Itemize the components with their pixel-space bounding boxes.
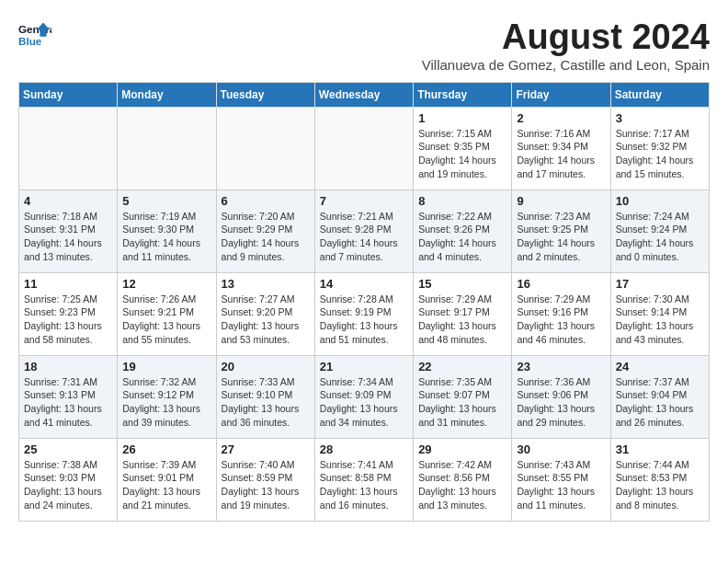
calendar-cell: 6Sunrise: 7:20 AMSunset: 9:29 PMDaylight…: [216, 190, 314, 272]
day-number: 28: [320, 442, 408, 456]
calendar-cell: 14Sunrise: 7:28 AMSunset: 9:19 PMDayligh…: [314, 272, 413, 355]
day-number: 15: [418, 277, 506, 291]
month-year: August 2024: [422, 18, 710, 57]
day-info: Sunrise: 7:37 AMSunset: 9:04 PMDaylight:…: [616, 375, 704, 430]
day-info: Sunrise: 7:29 AMSunset: 9:16 PMDaylight:…: [517, 293, 605, 347]
calendar-cell: 2Sunrise: 7:16 AMSunset: 9:34 PMDaylight…: [512, 107, 610, 190]
day-info: Sunrise: 7:42 AMSunset: 8:56 PMDaylight:…: [418, 458, 506, 512]
day-info: Sunrise: 7:20 AMSunset: 9:29 PMDaylight:…: [222, 210, 310, 264]
calendar-cell: [118, 107, 216, 190]
calendar-cell: 4Sunrise: 7:18 AMSunset: 9:31 PMDaylight…: [19, 190, 118, 272]
day-number: 9: [517, 194, 605, 208]
title-block: August 2024 Villanueva de Gomez, Castill…: [422, 18, 710, 73]
col-header-friday: Friday: [512, 82, 610, 107]
day-number: 4: [24, 194, 112, 208]
calendar-cell: 17Sunrise: 7:30 AMSunset: 9:14 PMDayligh…: [610, 272, 709, 355]
calendar-row-2: 4Sunrise: 7:18 AMSunset: 9:31 PMDaylight…: [19, 190, 710, 272]
calendar-header-row: SundayMondayTuesdayWednesdayThursdayFrid…: [19, 82, 710, 107]
day-info: Sunrise: 7:34 AMSunset: 9:09 PMDaylight:…: [320, 375, 408, 430]
calendar-row-4: 18Sunrise: 7:31 AMSunset: 9:13 PMDayligh…: [19, 355, 710, 438]
day-info: Sunrise: 7:35 AMSunset: 9:07 PMDaylight:…: [418, 375, 506, 430]
day-number: 1: [418, 111, 506, 125]
calendar-cell: 31Sunrise: 7:44 AMSunset: 8:53 PMDayligh…: [610, 438, 709, 521]
day-number: 27: [222, 442, 310, 456]
calendar-cell: 12Sunrise: 7:26 AMSunset: 9:21 PMDayligh…: [118, 272, 216, 355]
calendar-cell: 20Sunrise: 7:33 AMSunset: 9:10 PMDayligh…: [216, 355, 314, 438]
day-number: 13: [222, 277, 310, 291]
day-number: 26: [122, 442, 210, 456]
day-info: Sunrise: 7:23 AMSunset: 9:25 PMDaylight:…: [517, 210, 605, 264]
day-number: 3: [616, 111, 704, 125]
day-number: 17: [616, 277, 704, 291]
day-number: 30: [517, 442, 605, 456]
calendar-cell: 27Sunrise: 7:40 AMSunset: 8:59 PMDayligh…: [216, 438, 314, 521]
day-number: 8: [418, 194, 506, 208]
page-header: General Blue August 2024 Villanueva de G…: [18, 18, 710, 73]
calendar-cell: 19Sunrise: 7:32 AMSunset: 9:12 PMDayligh…: [118, 355, 216, 438]
calendar-cell: [19, 107, 118, 190]
calendar-cell: 29Sunrise: 7:42 AMSunset: 8:56 PMDayligh…: [414, 438, 512, 521]
day-number: 31: [616, 442, 704, 456]
day-info: Sunrise: 7:18 AMSunset: 9:31 PMDaylight:…: [24, 210, 112, 264]
calendar-cell: 1Sunrise: 7:15 AMSunset: 9:35 PMDaylight…: [414, 107, 512, 190]
day-number: 24: [616, 360, 704, 373]
logo-icon: General Blue: [18, 18, 51, 52]
day-info: Sunrise: 7:22 AMSunset: 9:26 PMDaylight:…: [418, 210, 506, 264]
day-info: Sunrise: 7:38 AMSunset: 9:03 PMDaylight:…: [24, 458, 112, 512]
day-info: Sunrise: 7:26 AMSunset: 9:21 PMDaylight:…: [122, 293, 210, 347]
calendar-table: SundayMondayTuesdayWednesdayThursdayFrid…: [18, 82, 710, 522]
calendar-cell: 21Sunrise: 7:34 AMSunset: 9:09 PMDayligh…: [314, 355, 413, 438]
calendar-cell: 22Sunrise: 7:35 AMSunset: 9:07 PMDayligh…: [414, 355, 512, 438]
calendar-cell: 15Sunrise: 7:29 AMSunset: 9:17 PMDayligh…: [414, 272, 512, 355]
calendar-row-3: 11Sunrise: 7:25 AMSunset: 9:23 PMDayligh…: [19, 272, 710, 355]
day-info: Sunrise: 7:33 AMSunset: 9:10 PMDaylight:…: [222, 375, 310, 430]
day-info: Sunrise: 7:40 AMSunset: 8:59 PMDaylight:…: [222, 458, 310, 512]
col-header-saturday: Saturday: [610, 82, 709, 107]
day-number: 11: [24, 277, 112, 291]
calendar-cell: 23Sunrise: 7:36 AMSunset: 9:06 PMDayligh…: [512, 355, 610, 438]
day-number: 7: [320, 194, 408, 208]
day-info: Sunrise: 7:24 AMSunset: 9:24 PMDaylight:…: [616, 210, 704, 264]
calendar-cell: 26Sunrise: 7:39 AMSunset: 9:01 PMDayligh…: [118, 438, 216, 521]
day-number: 18: [24, 360, 112, 373]
svg-text:Blue: Blue: [18, 35, 42, 47]
day-number: 21: [320, 360, 408, 373]
day-info: Sunrise: 7:15 AMSunset: 9:35 PMDaylight:…: [418, 127, 506, 181]
day-number: 6: [222, 194, 310, 208]
day-number: 20: [222, 360, 310, 373]
calendar-cell: 16Sunrise: 7:29 AMSunset: 9:16 PMDayligh…: [512, 272, 610, 355]
calendar-cell: 28Sunrise: 7:41 AMSunset: 8:58 PMDayligh…: [314, 438, 413, 521]
calendar-cell: [314, 107, 413, 190]
calendar-cell: 5Sunrise: 7:19 AMSunset: 9:30 PMDaylight…: [118, 190, 216, 272]
day-info: Sunrise: 7:27 AMSunset: 9:20 PMDaylight:…: [222, 293, 310, 347]
day-number: 10: [616, 194, 704, 208]
logo: General Blue: [18, 18, 51, 52]
calendar-cell: 3Sunrise: 7:17 AMSunset: 9:32 PMDaylight…: [610, 107, 709, 190]
col-header-tuesday: Tuesday: [216, 82, 314, 107]
calendar-cell: 9Sunrise: 7:23 AMSunset: 9:25 PMDaylight…: [512, 190, 610, 272]
day-info: Sunrise: 7:30 AMSunset: 9:14 PMDaylight:…: [616, 293, 704, 347]
day-info: Sunrise: 7:17 AMSunset: 9:32 PMDaylight:…: [616, 127, 704, 181]
day-info: Sunrise: 7:39 AMSunset: 9:01 PMDaylight:…: [122, 458, 210, 512]
day-info: Sunrise: 7:25 AMSunset: 9:23 PMDaylight:…: [24, 293, 112, 347]
day-info: Sunrise: 7:28 AMSunset: 9:19 PMDaylight:…: [320, 293, 408, 347]
calendar-row-1: 1Sunrise: 7:15 AMSunset: 9:35 PMDaylight…: [19, 107, 710, 190]
calendar-cell: [216, 107, 314, 190]
day-info: Sunrise: 7:41 AMSunset: 8:58 PMDaylight:…: [320, 458, 408, 512]
day-info: Sunrise: 7:21 AMSunset: 9:28 PMDaylight:…: [320, 210, 408, 264]
calendar-row-5: 25Sunrise: 7:38 AMSunset: 9:03 PMDayligh…: [19, 438, 710, 521]
calendar-cell: 13Sunrise: 7:27 AMSunset: 9:20 PMDayligh…: [216, 272, 314, 355]
day-number: 5: [122, 194, 210, 208]
day-number: 14: [320, 277, 408, 291]
day-number: 16: [517, 277, 605, 291]
calendar-cell: 25Sunrise: 7:38 AMSunset: 9:03 PMDayligh…: [19, 438, 118, 521]
day-info: Sunrise: 7:31 AMSunset: 9:13 PMDaylight:…: [24, 375, 112, 430]
day-number: 2: [517, 111, 605, 125]
day-info: Sunrise: 7:29 AMSunset: 9:17 PMDaylight:…: [418, 293, 506, 347]
day-info: Sunrise: 7:43 AMSunset: 8:55 PMDaylight:…: [517, 458, 605, 512]
day-info: Sunrise: 7:19 AMSunset: 9:30 PMDaylight:…: [122, 210, 210, 264]
calendar-cell: 10Sunrise: 7:24 AMSunset: 9:24 PMDayligh…: [610, 190, 709, 272]
calendar-cell: 11Sunrise: 7:25 AMSunset: 9:23 PMDayligh…: [19, 272, 118, 355]
day-info: Sunrise: 7:16 AMSunset: 9:34 PMDaylight:…: [517, 127, 605, 181]
location: Villanueva de Gomez, Castille and Leon, …: [422, 57, 710, 73]
